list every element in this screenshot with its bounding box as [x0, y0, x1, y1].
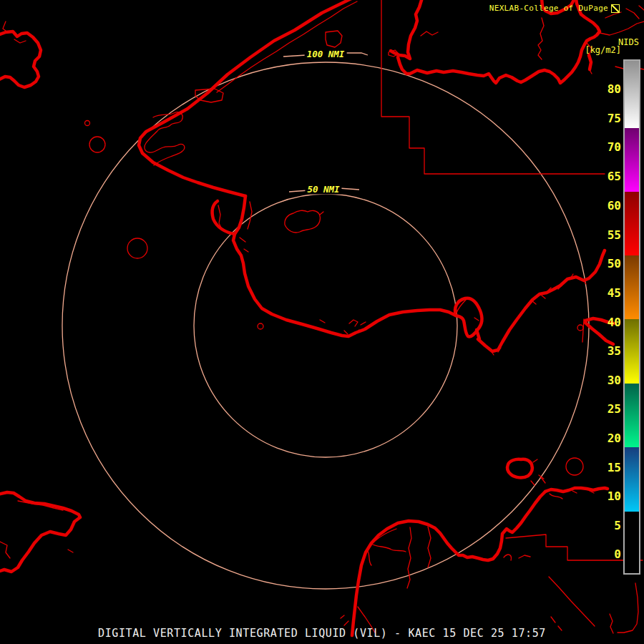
colorbar-segment-62-73 — [625, 128, 639, 192]
product-caption: DIGITAL VERTICALLY INTEGRATED LIQUID (VI… — [0, 627, 644, 640]
colorbar-segment-40-51 — [625, 255, 639, 319]
colorbar-segment-7-18 — [625, 447, 639, 512]
colorbar-tick-20: 20 — [600, 433, 621, 444]
credit-line: NEXLAB-College of DuPage — [489, 4, 620, 13]
colorbar-segment-73-85 — [625, 61, 639, 128]
colorbar-tick-75: 75 — [600, 113, 621, 125]
colorbar-tick-30: 30 — [600, 375, 621, 386]
colorbar-tick-65: 65 — [600, 171, 621, 182]
colorbar-segment-18-29 — [625, 384, 639, 447]
colorbar-tick-55: 55 — [600, 230, 621, 241]
colorbar-tick-25: 25 — [600, 404, 621, 415]
colorbar-segment-0-7 — [625, 512, 639, 573]
colorbar-tick-60: 60 — [600, 200, 621, 212]
colorbar-tick-15: 15 — [600, 462, 621, 474]
box-diagonal-logo-icon — [611, 4, 620, 13]
colorbar-tick-10: 10 — [600, 491, 621, 502]
colorbar-tick-40: 40 — [600, 317, 621, 328]
units-label: [kg/m2] — [585, 45, 621, 55]
colorbar-tick-0: 0 — [600, 549, 621, 560]
colorbar-tick-45: 45 — [600, 288, 621, 299]
range-ring-label-100-nmi: 100 NMI — [305, 49, 347, 59]
ring-label-leader-dashes — [283, 53, 368, 192]
range-ring-label-50-nmi: 50 NMI — [305, 184, 341, 195]
colorbar-tick-50: 50 — [600, 258, 621, 270]
colorbar-tick-35: 35 — [600, 346, 621, 357]
colorbar-tick-70: 70 — [600, 142, 621, 153]
colorbar-tick-80: 80 — [600, 84, 621, 95]
radar-map-svg — [0, 0, 644, 644]
colorbar — [623, 59, 640, 575]
colorbar-tick-5: 5 — [600, 520, 621, 532]
radar-display: NEXLAB-College of DuPage NIDS [kg/m2] 80… — [0, 0, 644, 644]
system-label: NIDS — [618, 37, 639, 47]
coastline-thick — [0, 0, 614, 635]
colorbar-segment-29-40 — [625, 319, 639, 384]
map-detail-thin — [0, 0, 644, 633]
credit-text: NEXLAB-College of DuPage — [489, 4, 608, 13]
colorbar-segment-51-62 — [625, 192, 639, 255]
